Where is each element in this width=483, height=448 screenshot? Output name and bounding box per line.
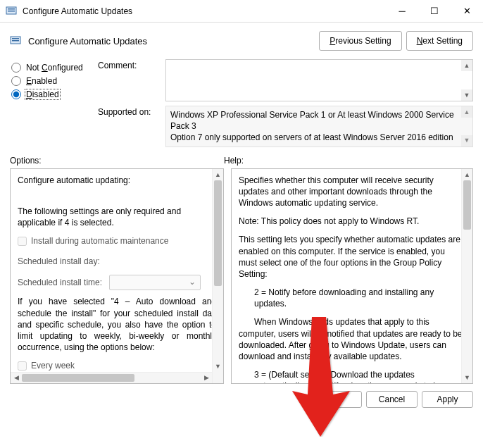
svg-rect-1	[8, 8, 15, 10]
scroll-up-icon[interactable]: ▲	[462, 169, 472, 180]
options-paragraph: If you have selected "4 – Auto download …	[18, 296, 216, 353]
close-button[interactable]: ✕	[451, 0, 483, 23]
help-text: 2 = Notify before downloading and instal…	[239, 287, 465, 309]
previous-setting-button[interactable]: Previous Setting	[319, 31, 401, 51]
policy-title: Configure Automatic Updates	[28, 36, 315, 46]
scroll-down-icon[interactable]: ▼	[461, 89, 472, 101]
scroll-right-icon[interactable]: ▶	[201, 373, 212, 383]
help-text: Note: This policy does not apply to Wind…	[239, 216, 465, 227]
title-bar: Configure Automatic Updates ─ ☐ ✕	[0, 0, 483, 23]
ok-button[interactable]: OK	[310, 391, 362, 408]
help-text: This setting lets you specify whether au…	[239, 234, 465, 280]
maximize-button[interactable]: ☐	[418, 0, 451, 23]
radio-disabled[interactable]: Disabled	[10, 89, 98, 99]
every-week-checkbox[interactable]: Every week	[18, 360, 216, 371]
configure-updating-label: Configure automatic updating:	[18, 175, 216, 186]
minimize-button[interactable]: ─	[386, 0, 418, 23]
scroll-left-icon[interactable]: ◀	[11, 373, 22, 383]
apply-button[interactable]: Apply	[422, 391, 473, 408]
help-heading: Help:	[224, 156, 244, 166]
scrollbar-thumb[interactable]	[214, 180, 222, 286]
radio-not-configured[interactable]: Not Configured	[10, 63, 98, 73]
help-text: 3 = (Default setting) Download the updat…	[239, 369, 465, 382]
vertical-scrollbar[interactable]: ▲ ▼	[212, 169, 223, 383]
scheduled-day-label: Scheduled install day:	[18, 256, 109, 267]
policy-icon	[10, 35, 21, 46]
scroll-down-icon[interactable]: ▼	[461, 135, 472, 147]
supported-text: Windows XP Professional Service Pack 1 o…	[170, 110, 454, 142]
radio-enabled[interactable]: Enabled	[10, 76, 98, 86]
dialog-buttons: OK Cancel Apply	[0, 384, 483, 415]
install-during-maintenance-checkbox[interactable]: Install during automatic maintenance	[18, 235, 216, 247]
svg-rect-4	[12, 38, 19, 39]
horizontal-scrollbar[interactable]: ◀ ▶	[11, 372, 212, 383]
scheduled-time-label: Scheduled install time:	[18, 277, 109, 288]
policy-header: Configure Automatic Updates Previous Set…	[0, 23, 483, 56]
scroll-up-icon[interactable]: ▲	[213, 169, 223, 180]
app-icon	[6, 6, 17, 17]
window-title: Configure Automatic Updates	[23, 6, 386, 16]
scroll-down-icon[interactable]: ▼	[213, 361, 223, 372]
next-setting-button[interactable]: Next Setting	[406, 31, 473, 51]
scroll-down-icon[interactable]: ▼	[462, 372, 472, 383]
help-text: Specifies whether this computer will rec…	[239, 175, 465, 209]
help-panel: Specifies whether this computer will rec…	[231, 168, 473, 384]
svg-rect-2	[8, 11, 15, 12]
comment-textarea[interactable]: ▲ ▼	[165, 59, 473, 101]
scroll-up-icon[interactable]: ▲	[461, 60, 472, 71]
svg-rect-5	[12, 40, 19, 42]
comment-label: Comment:	[98, 59, 163, 101]
scrollbar-thumb[interactable]	[463, 180, 471, 230]
options-heading: Options:	[10, 156, 224, 166]
scheduled-time-dropdown[interactable]	[109, 275, 201, 290]
scrollbar-thumb[interactable]	[22, 374, 134, 382]
vertical-scrollbar[interactable]: ▲ ▼	[461, 169, 472, 383]
state-radio-group: Not Configured Enabled Disabled	[10, 59, 98, 147]
cancel-button[interactable]: Cancel	[366, 391, 418, 408]
supported-on-box: Windows XP Professional Service Pack 1 o…	[165, 106, 473, 147]
scroll-up-icon[interactable]: ▲	[461, 106, 472, 118]
supported-label: Supported on:	[98, 106, 163, 147]
options-note: The following settings are only required…	[18, 206, 216, 228]
help-text: When Windows finds updates that apply to…	[239, 316, 465, 362]
options-panel: Configure automatic updating: The follow…	[10, 168, 224, 384]
